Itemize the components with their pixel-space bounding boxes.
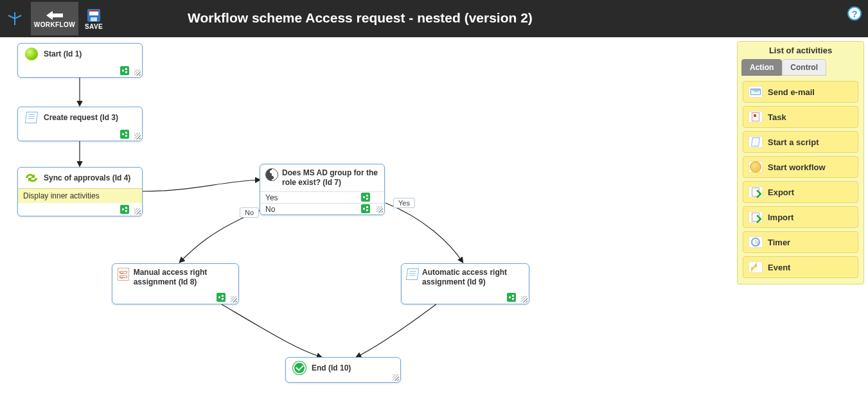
share-icon[interactable] (507, 293, 516, 302)
node-manual-access[interactable]: Manual access right assignment (Id 8) (112, 263, 239, 304)
event-icon (748, 261, 763, 273)
branch-yes-row[interactable]: Yes (260, 191, 384, 203)
node-create-request[interactable]: Create request (Id 3) (17, 107, 143, 141)
sidebar-item-label: Timer (768, 238, 790, 247)
sidebar-item-label: Import (768, 213, 793, 222)
activity-timer[interactable]: Timer (743, 231, 858, 253)
script-icon (23, 111, 40, 124)
page-title: Workflow scheme Access request - nested … (188, 10, 533, 26)
node-create-request-title: Create request (Id 3) (44, 113, 118, 122)
tab-action[interactable]: Action (741, 59, 782, 76)
node-end-title: End (Id 10) (312, 363, 351, 372)
activity-task[interactable]: Task (743, 106, 858, 128)
checklist-icon (118, 268, 130, 281)
workflow-icon (748, 161, 763, 173)
resize-handle[interactable] (393, 374, 399, 381)
sidebar-title: List of activities (738, 42, 864, 59)
share-icon[interactable] (217, 293, 226, 302)
branch-no-label: No (265, 205, 275, 214)
task-icon (748, 111, 763, 123)
mail-icon (748, 86, 763, 98)
branch-yes-label: Yes (265, 193, 278, 202)
yinyang-icon (265, 168, 278, 181)
svg-rect-2 (89, 10, 98, 12)
node-sync-title: Sync of approvals (Id 4) (44, 173, 130, 182)
resize-handle[interactable] (134, 69, 141, 76)
svg-rect-3 (91, 17, 97, 21)
activity-export[interactable]: Export (743, 181, 858, 203)
timer-icon (748, 236, 763, 248)
script-icon (748, 136, 763, 148)
activity-start-script[interactable]: Start a script (743, 131, 858, 153)
share-icon[interactable] (361, 204, 370, 213)
display-inner-activities-link[interactable]: Display inner activities (18, 188, 142, 203)
sync-icon (23, 171, 40, 184)
sidebar-item-label: Start workflow (768, 162, 826, 172)
activity-import[interactable]: Import (743, 206, 858, 228)
resize-handle[interactable] (231, 296, 237, 302)
node-end[interactable]: End (Id 10) (285, 357, 401, 383)
export-icon (748, 186, 763, 198)
resize-handle[interactable] (521, 296, 527, 302)
tab-control[interactable]: Control (782, 59, 826, 76)
script-icon (407, 268, 418, 281)
node-auto-title: Automatic access right assignment (Id 9) (422, 268, 524, 287)
edge-label-no: No (240, 207, 259, 218)
node-ad-group-title: Does MS AD group for the role exist? (Id… (282, 168, 379, 188)
share-icon[interactable] (361, 193, 370, 202)
node-manual-title: Manual access right assignment (Id 8) (134, 268, 233, 287)
resize-handle[interactable] (376, 206, 383, 213)
sidebar-item-label: Send e-mail (768, 87, 815, 97)
save-button[interactable]: SAVE (80, 2, 108, 35)
resize-handle[interactable] (134, 133, 141, 139)
toolbar: WORKFLOW SAVE Workflow scheme Access req… (0, 0, 868, 37)
import-icon (748, 211, 763, 223)
start-icon (23, 48, 40, 60)
activity-send-email[interactable]: Send e-mail (743, 81, 858, 103)
node-start[interactable]: Start (Id 1) (17, 43, 143, 78)
node-ad-group-exists[interactable]: Does MS AD group for the role exist? (Id… (260, 164, 385, 215)
node-automatic-access[interactable]: Automatic access right assignment (Id 9) (401, 263, 529, 304)
save-button-label: SAVE (85, 23, 103, 30)
branch-no-row[interactable]: No (260, 203, 384, 214)
sidebar-item-label: Task (768, 112, 786, 122)
activities-sidebar: List of activities Action Control Send e… (737, 41, 864, 284)
node-sync-approvals[interactable]: Sync of approvals (Id 4) Display inner a… (17, 167, 143, 216)
sidebar-tabs: Action Control (741, 59, 860, 76)
share-icon[interactable] (120, 130, 129, 139)
activity-start-workflow[interactable]: Start workflow (743, 156, 858, 178)
check-icon (291, 362, 308, 374)
share-icon[interactable] (120, 66, 129, 75)
resize-handle[interactable] (134, 208, 141, 214)
sidebar-item-label: Start a script (768, 137, 819, 147)
sidebar-item-label: Export (768, 188, 794, 197)
app-logo (0, 10, 30, 27)
edge-label-yes: Yes (393, 198, 415, 208)
workflow-back-button[interactable]: WORKFLOW (31, 2, 78, 35)
activity-event[interactable]: Event (743, 256, 858, 278)
workflow-button-label: WORKFLOW (34, 21, 75, 28)
sidebar-item-label: Event (768, 263, 790, 272)
help-button[interactable]: ? (847, 6, 862, 21)
share-icon[interactable] (120, 205, 129, 214)
node-start-title: Start (Id 1) (44, 49, 82, 58)
